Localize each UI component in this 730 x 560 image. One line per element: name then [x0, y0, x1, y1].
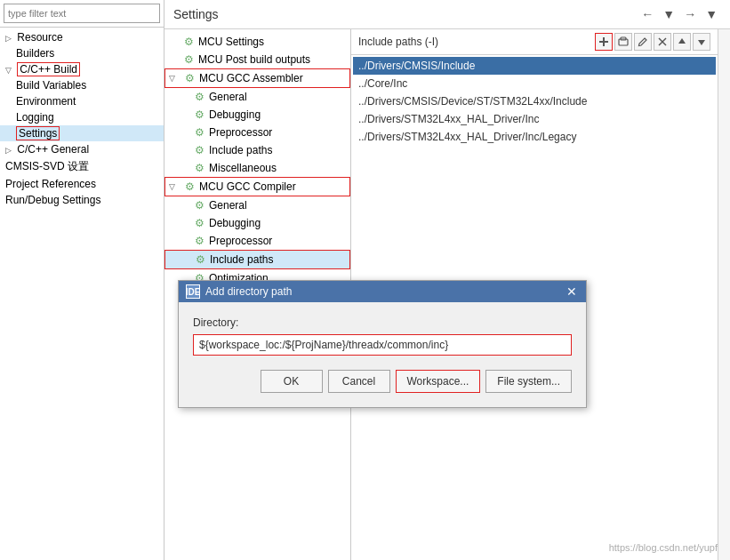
nav-forward-dropdown-button[interactable]: ▼: [702, 5, 721, 23]
filesystem-button[interactable]: File system...: [485, 370, 572, 393]
dialog-ide-icon: IDE: [186, 284, 200, 299]
settings-tree-mcu-post-build[interactable]: ⚙ MCU Post build outputs: [164, 51, 350, 68]
dialog-close-button[interactable]: ✕: [565, 284, 579, 299]
sidebar-item-label: C/C++ General: [17, 143, 89, 156]
cpp-build-label: C/C++ Build: [17, 62, 80, 76]
sidebar-item-cpp-build[interactable]: ▽ C/C++ Build: [0, 61, 164, 77]
props-list-item[interactable]: ../Core/Inc: [353, 75, 716, 92]
workspace-button[interactable]: Workspace...: [396, 370, 481, 393]
props-item-label: ../Core/Inc: [358, 77, 407, 90]
props-list-item[interactable]: ../Drivers/CMSIS/Include: [353, 57, 716, 75]
down-arrow-icon: [696, 36, 707, 47]
expand-arrow-icon: ▽: [169, 182, 180, 191]
workspace-icon: [618, 36, 629, 47]
props-item-label: ../Drivers/STM32L4xx_HAL_Driver/Inc/Lega…: [358, 131, 576, 143]
nav-back-button[interactable]: ←: [638, 5, 657, 23]
settings-tree-gcc-preprocessor[interactable]: ⚙ Preprocessor: [164, 232, 350, 250]
sidebar-item-builders[interactable]: Builders: [0, 45, 164, 61]
sidebar-item-environment[interactable]: Environment: [0, 93, 164, 109]
directory-input-row: [193, 334, 572, 356]
add-directory-dialog: IDE Add directory path ✕ Directory: OK C…: [178, 280, 587, 408]
props-header: Include paths (-I): [351, 29, 718, 55]
settings-tree-gcc-debugging[interactable]: ⚙ Debugging: [164, 214, 350, 232]
sidebar-tree: ▷ Resource Builders ▽ C/C++ Build Build …: [0, 28, 164, 560]
settings-tree-mcu-gcc-assembler[interactable]: ▽ ⚙ MCU GCC Assembler: [164, 68, 350, 88]
props-item-label: ../Drivers/CMSIS/Include: [358, 60, 475, 72]
expand-arrow: ▽: [5, 66, 12, 75]
gear-icon: ⚙: [192, 90, 206, 104]
props-list-item[interactable]: ../Drivers/STM32L4xx_HAL_Driver/Inc/Lega…: [353, 128, 716, 146]
watermark: https://blog.csdn.net/yupf: [609, 542, 718, 553]
add-icon: [598, 36, 609, 47]
gear-icon: ⚙: [192, 143, 206, 157]
delete-icon: [657, 36, 668, 47]
nav-dropdown-button[interactable]: ▼: [659, 5, 678, 23]
dialog-buttons: OK Cancel Workspace... File system...: [193, 370, 572, 396]
settings-tree-asm-debugging[interactable]: ⚙ Debugging: [164, 106, 350, 124]
settings-tree-gcc-general[interactable]: ⚙ General: [164, 196, 350, 214]
tree-item-label: Preprocessor: [209, 126, 272, 139]
sidebar-item-cpp-general[interactable]: ▷ C/C++ General: [0, 141, 164, 157]
dialog-title: Add directory path: [205, 285, 292, 298]
settings-tree-asm-general[interactable]: ⚙ General: [164, 88, 350, 106]
props-item-label: ../Drivers/STM32L4xx_HAL_Driver/Inc: [358, 113, 539, 125]
svg-rect-1: [599, 41, 608, 43]
expand-arrow: ▷: [5, 146, 12, 155]
expand-arrow-icon: ▽: [169, 74, 180, 83]
props-add-workspace-button[interactable]: [614, 33, 632, 51]
tree-item-label: Debugging: [209, 217, 261, 229]
gear-icon: ⚙: [192, 108, 206, 122]
settings-tree-mcu-gcc-compiler[interactable]: ▽ ⚙ MCU GCC Compiler: [164, 177, 350, 196]
sidebar-item-label: CMSIS-SVD 设置: [5, 160, 89, 172]
tree-item-label: MCU Settings: [198, 36, 264, 48]
sidebar-item-label: Environment: [16, 95, 76, 108]
nav-forward-button[interactable]: →: [680, 5, 700, 23]
tree-item-label: Include paths: [210, 253, 273, 266]
props-title: Include paths (-I): [358, 36, 438, 48]
directory-label: Directory:: [193, 316, 572, 329]
gear-icon: ⚙: [182, 71, 197, 85]
gear-icon: ⚙: [192, 125, 206, 140]
props-list-item[interactable]: ../Drivers/CMSIS/Device/ST/STM32L4xx/Inc…: [353, 92, 716, 110]
sidebar-item-label: Logging: [16, 111, 54, 124]
tree-item-label: General: [209, 91, 247, 103]
sidebar-item-run-debug[interactable]: Run/Debug Settings: [0, 192, 164, 208]
sidebar-item-label: Run/Debug Settings: [5, 194, 100, 206]
props-delete-button[interactable]: [654, 33, 671, 51]
up-arrow-icon: [677, 36, 687, 47]
gear-icon: ⚙: [192, 216, 206, 230]
tree-item-label: General: [209, 199, 247, 212]
props-add-button[interactable]: [595, 33, 613, 51]
sidebar-item-project-refs[interactable]: Project References: [0, 176, 164, 192]
settings-tree-gcc-include-paths[interactable]: ⚙ Include paths: [164, 250, 350, 269]
gear-icon: ⚙: [193, 252, 207, 267]
settings-tree-asm-misc[interactable]: ⚙ Miscellaneous: [164, 159, 350, 177]
gear-icon: ⚙: [181, 52, 196, 67]
gear-icon: ⚙: [181, 35, 196, 49]
cancel-button[interactable]: Cancel: [328, 370, 390, 393]
settings-tree-asm-preprocessor[interactable]: ⚙ Preprocessor: [164, 124, 350, 141]
page-title: Settings: [173, 7, 219, 21]
gear-icon: ⚙: [192, 161, 206, 175]
tree-item-label: Preprocessor: [209, 235, 272, 247]
sidebar-item-label: Builders: [16, 47, 54, 60]
sidebar-item-resource[interactable]: ▷ Resource: [0, 29, 164, 45]
sidebar-item-label: C/C++ Build: [20, 63, 77, 76]
filter-input[interactable]: [4, 4, 160, 23]
dialog-title-left: IDE Add directory path: [186, 284, 292, 299]
scrollbar[interactable]: [718, 29, 730, 560]
settings-tree-asm-include-paths[interactable]: ⚙ Include paths: [164, 141, 350, 159]
sidebar-item-logging[interactable]: Logging: [0, 109, 164, 125]
sidebar-item-cmsis-svd[interactable]: CMSIS-SVD 设置: [0, 157, 164, 176]
props-up-button[interactable]: [673, 33, 691, 51]
sidebar-item-build-vars[interactable]: Build Variables: [0, 77, 164, 93]
dialog-titlebar: IDE Add directory path ✕: [179, 281, 586, 302]
sidebar-item-settings[interactable]: Settings: [0, 125, 164, 141]
props-list-item[interactable]: ../Drivers/STM32L4xx_HAL_Driver/Inc: [353, 110, 716, 128]
settings-tree-mcu-settings[interactable]: ⚙ MCU Settings: [164, 33, 350, 51]
sidebar-item-label: Settings: [19, 127, 57, 140]
directory-input[interactable]: [193, 334, 572, 356]
ok-button[interactable]: OK: [261, 370, 323, 393]
props-down-button[interactable]: [693, 33, 710, 51]
props-edit-button[interactable]: [634, 33, 652, 51]
